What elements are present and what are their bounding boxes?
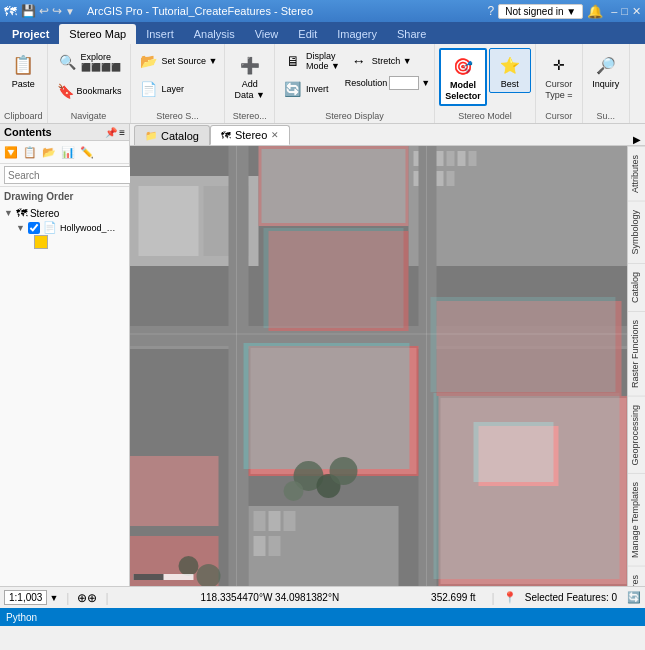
invert-button[interactable]: 🔄 Invert — [279, 76, 343, 102]
maximize-button[interactable]: □ — [621, 5, 628, 17]
tab-edit[interactable]: Edit — [288, 24, 327, 44]
svg-rect-7 — [469, 151, 477, 166]
catalog-tab[interactable]: 📁 Catalog — [134, 125, 210, 145]
stereo-source-label: Stereo S... — [156, 111, 199, 121]
add-data-label: AddData ▼ — [234, 79, 264, 101]
list-by-drawing-order-icon[interactable]: 📋 — [21, 143, 39, 161]
list-by-edit-status-icon[interactable]: ✏️ — [78, 143, 96, 161]
attributes-tab[interactable]: Attributes — [628, 146, 646, 201]
help-icon[interactable]: ? — [487, 4, 494, 18]
ribbon-group-cursor: ✛ CursorType = Cursor — [536, 44, 583, 123]
ribbon-group-navigate: 🔍 Explore ⬛⬛⬛⬛ 🔖 Bookmarks Navigate — [48, 44, 131, 123]
stereo-tab-close[interactable]: ✕ — [271, 130, 279, 140]
best-button[interactable]: ⭐ Best — [489, 48, 531, 93]
tab-view[interactable]: View — [245, 24, 289, 44]
explore-button[interactable]: 🔍 Explore ⬛⬛⬛⬛ — [52, 48, 126, 76]
invert-label: Invert — [306, 84, 329, 94]
raster-functions-tab[interactable]: Raster Functions — [628, 311, 646, 396]
svg-rect-51 — [264, 228, 404, 328]
scale-container: 1:1,003 ▼ — [4, 590, 58, 605]
tab-scroll-right[interactable]: ▶ — [629, 134, 645, 145]
minimize-button[interactable]: – — [611, 5, 617, 17]
drawing-order: Drawing Order ▼ 🗺 Stereo ▼ 📄 Hollywood_B… — [0, 187, 129, 253]
cursor-type-button[interactable]: ✛ CursorType = — [540, 48, 578, 104]
resolution-label: Resolution — [345, 78, 388, 88]
svg-rect-16 — [262, 149, 406, 223]
save-icon[interactable]: 💾 — [21, 4, 36, 18]
dropdown-icon[interactable]: ▼ — [65, 6, 75, 17]
filter-icon[interactable]: 🔽 — [2, 143, 20, 161]
svg-rect-13 — [139, 186, 199, 256]
tab-stereo-map[interactable]: Stereo Map — [59, 24, 136, 44]
gps-icon[interactable]: 📍 — [503, 591, 517, 604]
redo-icon[interactable]: ↪ — [52, 4, 62, 18]
set-source-label: Set Source ▼ — [162, 56, 218, 66]
paste-button[interactable]: 📋 Paste — [4, 48, 42, 93]
svg-rect-42 — [269, 536, 281, 556]
hollywood-buildings-layer[interactable]: ▼ 📄 Hollywood_Buildings_C... — [16, 220, 125, 235]
ribbon-group-stereo-display: 🖥 DisplayMode ▼ 🔄 Invert ↔ Stretch ▼ Res… — [275, 44, 435, 123]
scale-display[interactable]: 1:1,003 — [4, 590, 47, 605]
svg-point-33 — [330, 457, 358, 485]
symbology-tab[interactable]: Symbology — [628, 201, 646, 263]
catalog-right-tab[interactable]: Catalog — [628, 263, 646, 311]
svg-rect-44 — [431, 297, 616, 392]
expand-icon: ▼ — [4, 208, 13, 218]
inquiry-button[interactable]: 🔎 Inquiry — [587, 48, 625, 93]
modify-features-tab[interactable]: Modify Features — [628, 566, 646, 586]
display-mode-button[interactable]: 🖥 DisplayMode ▼ — [279, 48, 343, 74]
pin-icon[interactable]: 📌 — [105, 127, 117, 138]
close-button[interactable]: ✕ — [632, 5, 641, 18]
list-by-type-icon[interactable]: 📊 — [59, 143, 77, 161]
geoprocessing-tab[interactable]: Geoprocessing — [628, 396, 646, 474]
python-label: Python — [6, 612, 37, 623]
undo-icon[interactable]: ↩ — [39, 4, 49, 18]
search-bar: 🔍 — [0, 164, 129, 187]
refresh-icon[interactable]: 🔄 — [627, 591, 641, 604]
nav-icons[interactable]: ⊕⊕ — [77, 591, 97, 605]
display-mode-label: DisplayMode ▼ — [306, 51, 340, 71]
manage-templates-tab[interactable]: Manage Templates — [628, 473, 646, 566]
layer-button[interactable]: 📄 Layer — [135, 76, 221, 102]
stretch-button[interactable]: ↔ Stretch ▼ — [345, 48, 430, 74]
su-label: Su... — [597, 111, 616, 121]
resolution-dropdown[interactable]: ▼ — [421, 78, 430, 88]
layer-expand-icon: ▼ — [16, 223, 25, 233]
not-signed-in-button[interactable]: Not signed in ▼ — [498, 4, 583, 19]
right-panel: Attributes Symbology Catalog Raster Func… — [627, 146, 645, 586]
svg-point-34 — [284, 481, 304, 501]
model-selector-button[interactable]: 🎯 ModelSelector — [439, 48, 487, 106]
scale-dropdown[interactable]: ▼ — [49, 593, 58, 603]
resolution-input[interactable] — [389, 76, 419, 90]
layer-checkbox[interactable] — [28, 222, 40, 234]
search-input[interactable] — [4, 166, 139, 184]
inquiry-icon: 🔎 — [592, 51, 620, 79]
contents-header: Contents 📌 ≡ — [0, 124, 129, 141]
map-canvas[interactable] — [130, 146, 627, 586]
bookmarks-button[interactable]: 🔖 Bookmarks — [52, 78, 126, 104]
stereo-layer-group[interactable]: ▼ 🗺 Stereo — [4, 206, 125, 220]
best-icon: ⭐ — [496, 51, 524, 79]
svg-rect-4 — [436, 151, 444, 166]
svg-rect-38 — [254, 511, 266, 531]
tab-project[interactable]: Project — [2, 24, 59, 44]
set-source-button[interactable]: 📂 Set Source ▼ — [135, 48, 221, 74]
tab-insert[interactable]: Insert — [136, 24, 184, 44]
tab-share[interactable]: Share — [387, 24, 436, 44]
selected-features: Selected Features: 0 — [525, 592, 617, 603]
python-bar[interactable]: Python — [0, 608, 645, 626]
notification-icon[interactable]: 🔔 — [587, 4, 603, 19]
contents-menu-icon[interactable]: ≡ — [119, 127, 125, 138]
svg-rect-39 — [269, 511, 281, 531]
layer-name: Hollywood_Buildings_C... — [60, 223, 120, 233]
stereo-group-icon: 🗺 — [16, 207, 27, 219]
stereo-group-label: Stereo — [30, 208, 59, 219]
tab-imagery[interactable]: Imagery — [327, 24, 387, 44]
stretch-icon: ↔ — [348, 50, 370, 72]
list-by-source-icon[interactable]: 📂 — [40, 143, 58, 161]
svg-rect-46 — [134, 574, 164, 580]
stereo-tab[interactable]: 🗺 Stereo ✕ — [210, 125, 290, 145]
ribbon: 📋 Paste Clipboard 🔍 Explore ⬛⬛⬛⬛ 🔖 Bookm… — [0, 44, 645, 124]
add-data-button[interactable]: ➕ AddData ▼ — [229, 48, 269, 104]
tab-analysis[interactable]: Analysis — [184, 24, 245, 44]
